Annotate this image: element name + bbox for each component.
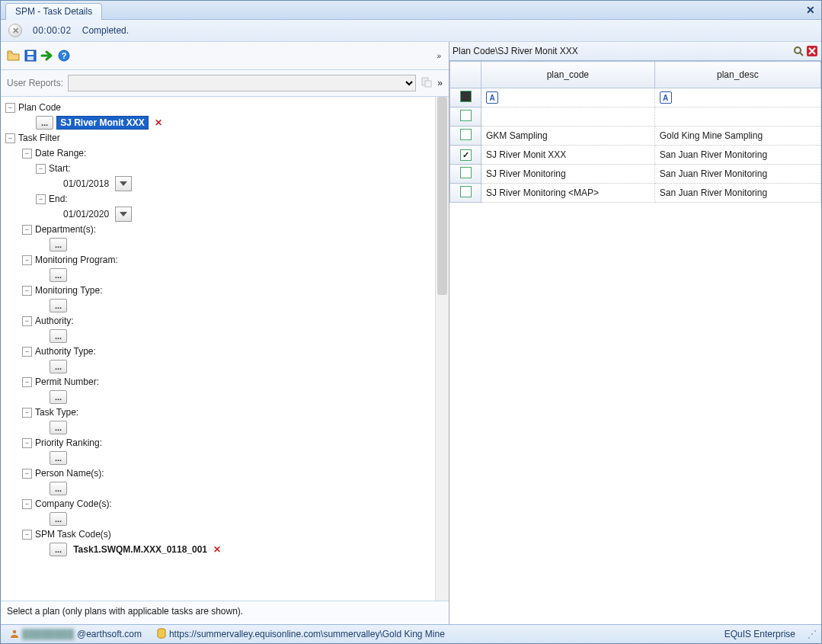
ellipsis-button[interactable]: ...	[50, 482, 67, 495]
node-authority-type-value[interactable]: ...	[5, 359, 435, 374]
collapse-icon[interactable]: −	[22, 225, 32, 235]
date-picker-button[interactable]	[115, 176, 132, 191]
footer-user[interactable]: ████████@earthsoft.com	[5, 627, 146, 641]
node-monitoring-type[interactable]: −Monitoring Type:	[5, 283, 435, 298]
tab-task-details[interactable]: SPM - Task Details	[5, 3, 102, 20]
search-icon[interactable]	[792, 45, 804, 57]
collapse-icon[interactable]: −	[22, 530, 32, 540]
node-priority-ranking-value[interactable]: ...	[5, 450, 435, 466]
filter-icon[interactable]: A	[486, 91, 498, 104]
filter-cell-plan-desc[interactable]: A	[654, 88, 820, 107]
node-end[interactable]: − End:	[5, 191, 435, 207]
node-monitoring-program[interactable]: −Monitoring Program:	[5, 252, 435, 268]
row-checkbox[interactable]	[460, 110, 472, 121]
node-permit-number[interactable]: −Permit Number:	[5, 374, 435, 389]
col-plan-code[interactable]: plan_code	[481, 62, 655, 88]
report-chevrons-icon[interactable]: »	[437, 78, 443, 88]
cell-plan-desc[interactable]	[654, 107, 820, 127]
node-spm-task-codes-value[interactable]: ... Task1.SWQM.M.XXX_0118_001 ✕	[5, 542, 435, 557]
cell-plan-code[interactable]: GKM Sampling	[481, 127, 655, 146]
collapse-icon[interactable]: −	[22, 408, 32, 418]
node-authority-type[interactable]: −Authority Type:	[5, 344, 435, 359]
go-icon[interactable]	[40, 49, 54, 62]
ellipsis-button[interactable]: ...	[50, 329, 67, 343]
ellipsis-button[interactable]: ...	[50, 421, 67, 434]
collapse-icon[interactable]: −	[22, 469, 32, 479]
node-start[interactable]: − Start:	[5, 161, 435, 176]
cell-plan-code[interactable]: SJ River Monit XXX	[481, 146, 655, 165]
node-company-codes-value[interactable]: ...	[5, 511, 435, 527]
cell-plan-desc[interactable]: San Juan River Monitoring	[654, 146, 820, 165]
collapse-icon[interactable]: −	[5, 133, 15, 143]
node-end-value[interactable]: 01/01/2020	[5, 207, 435, 222]
node-task-type[interactable]: −Task Type:	[5, 405, 435, 420]
node-authority-value[interactable]: ...	[5, 328, 435, 344]
ellipsis-button[interactable]: ...	[50, 268, 67, 282]
node-task-filter[interactable]: − Task Filter	[5, 130, 435, 146]
collapse-icon[interactable]: −	[22, 286, 32, 296]
scrollbar-thumb[interactable]	[437, 97, 447, 295]
row-checkbox[interactable]	[460, 186, 472, 197]
node-departments[interactable]: −Department(s):	[5, 222, 435, 237]
node-plan-code-value[interactable]: ... SJ River Monit XXX ✕	[5, 115, 435, 130]
ellipsis-button[interactable]: ...	[50, 238, 67, 252]
collapse-icon[interactable]: −	[36, 164, 46, 174]
cell-plan-code[interactable]: SJ River Monitoring <MAP>	[481, 184, 655, 203]
node-start-value[interactable]: 01/01/2018	[5, 176, 435, 191]
node-task-type-value[interactable]: ...	[5, 420, 435, 435]
node-company-codes[interactable]: −Company Code(s):	[5, 496, 435, 511]
table-row[interactable]: SJ River Monitoring <MAP> San Juan River…	[450, 184, 821, 203]
table-row[interactable]: SJ River Monitoring San Juan River Monit…	[450, 165, 821, 184]
node-spm-task-codes[interactable]: −SPM Task Code(s)	[5, 527, 435, 542]
row-checkbox[interactable]	[460, 149, 472, 161]
table-row[interactable]: GKM Sampling Gold King Mine Sampling	[450, 127, 821, 146]
clear-icon[interactable]: ✕	[210, 544, 221, 555]
help-icon[interactable]: ?	[57, 49, 71, 62]
grid-corner[interactable]	[450, 62, 481, 88]
ellipsis-button[interactable]: ...	[50, 512, 67, 526]
cell-plan-code[interactable]: SJ River Monitoring	[481, 165, 655, 184]
ellipsis-button[interactable]: ...	[50, 390, 67, 404]
collapse-icon[interactable]: −	[22, 377, 32, 387]
row-checkbox[interactable]	[460, 167, 472, 178]
node-permit-number-value[interactable]: ...	[5, 389, 435, 405]
cell-plan-desc[interactable]: San Juan River Monitoring	[654, 184, 820, 203]
node-person-names[interactable]: −Person Name(s):	[5, 466, 435, 481]
clear-icon[interactable]: ✕	[152, 117, 162, 128]
user-reports-select[interactable]	[68, 75, 416, 91]
date-picker-button[interactable]	[115, 207, 132, 222]
tab-close-icon[interactable]: ✕	[806, 4, 815, 16]
cell-plan-desc[interactable]: San Juan River Monitoring	[654, 165, 820, 184]
ellipsis-button[interactable]: ...	[36, 116, 53, 130]
plan-code-value[interactable]: SJ River Monit XXX	[56, 116, 149, 130]
close-panel-icon[interactable]	[806, 45, 818, 57]
cell-plan-code[interactable]	[481, 107, 655, 127]
collapse-icon[interactable]: −	[22, 149, 32, 159]
node-plan-code[interactable]: − Plan Code	[5, 100, 435, 115]
ellipsis-button[interactable]: ...	[50, 543, 67, 556]
footer-connection[interactable]: https://summervalley.equisonline.com\sum…	[152, 627, 449, 641]
save-icon[interactable]	[24, 49, 37, 62]
filter-icon[interactable]: A	[660, 91, 672, 104]
cell-plan-desc[interactable]: Gold King Mine Sampling	[654, 127, 820, 146]
node-authority[interactable]: −Authority:	[5, 313, 435, 328]
collapse-icon[interactable]: −	[22, 499, 32, 509]
col-plan-desc[interactable]: plan_desc	[654, 62, 820, 88]
collapse-icon[interactable]: −	[5, 103, 15, 113]
row-checkbox[interactable]	[460, 129, 472, 140]
tree-scrollbar[interactable]	[435, 97, 449, 601]
node-monitoring-program-value[interactable]: ...	[5, 268, 435, 283]
ellipsis-button[interactable]: ...	[50, 299, 67, 312]
filter-checkbox[interactable]	[460, 91, 472, 102]
ellipsis-button[interactable]: ...	[50, 451, 67, 465]
table-row[interactable]: SJ River Monit XXX San Juan River Monito…	[450, 146, 821, 165]
resize-grip-icon[interactable]: ⋰	[806, 629, 817, 639]
collapse-icon[interactable]: −	[22, 316, 32, 326]
filter-cell-plan-code[interactable]: A	[481, 88, 655, 107]
filter-tree[interactable]: − Plan Code ... SJ River Monit XXX ✕ − T…	[1, 97, 435, 601]
node-date-range[interactable]: − Date Range:	[5, 146, 435, 161]
toolbar-chevrons-icon[interactable]: »	[435, 52, 443, 60]
collapse-icon[interactable]: −	[36, 194, 46, 204]
collapse-icon[interactable]: −	[22, 438, 32, 448]
collapse-icon[interactable]: −	[22, 255, 32, 265]
